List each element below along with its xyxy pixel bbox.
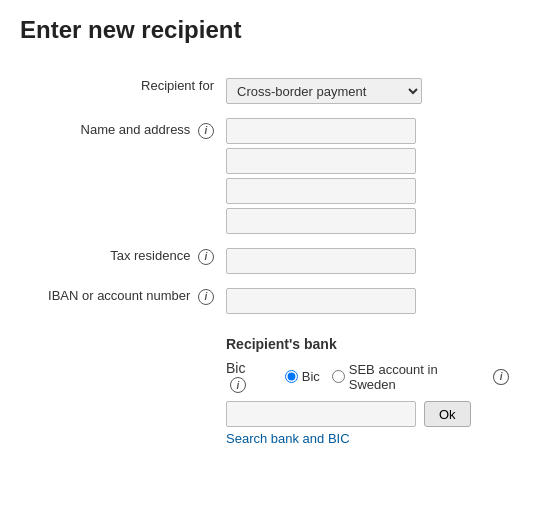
bic-input[interactable] xyxy=(226,401,416,427)
recipients-bank-title: Recipient's bank xyxy=(226,336,509,352)
seb-info-icon[interactable]: i xyxy=(493,369,509,385)
bic-radio-option[interactable]: Bic xyxy=(285,369,320,384)
iban-info-icon[interactable]: i xyxy=(198,289,214,305)
recipient-for-select[interactable]: Cross-border payment Domestic payment xyxy=(226,78,422,104)
tax-residence-label: Tax residence xyxy=(110,248,190,263)
seb-radio-label: SEB account in Sweden xyxy=(349,362,486,392)
address-input-2[interactable] xyxy=(226,148,416,174)
name-address-label: Name and address xyxy=(81,122,191,137)
bic-row-label: Bic i xyxy=(226,360,269,393)
bic-radio[interactable] xyxy=(285,370,298,383)
tax-residence-input[interactable] xyxy=(226,248,416,274)
bic-info-icon[interactable]: i xyxy=(230,377,246,393)
recipient-for-label: Recipient for xyxy=(141,78,214,93)
page-title: Enter new recipient xyxy=(20,16,515,44)
iban-input[interactable] xyxy=(226,288,416,314)
seb-radio[interactable] xyxy=(332,370,345,383)
tax-residence-info-icon[interactable]: i xyxy=(198,249,214,265)
address-input-1[interactable] xyxy=(226,118,416,144)
ok-button[interactable]: Ok xyxy=(424,401,471,427)
seb-radio-option[interactable]: SEB account in Sweden i xyxy=(332,362,509,392)
name-address-info-icon[interactable]: i xyxy=(198,123,214,139)
search-bank-bic-link[interactable]: Search bank and BIC xyxy=(226,431,509,446)
address-input-4[interactable] xyxy=(226,208,416,234)
address-input-3[interactable] xyxy=(226,178,416,204)
bic-radio-label: Bic xyxy=(302,369,320,384)
iban-label: IBAN or account number xyxy=(48,288,190,303)
